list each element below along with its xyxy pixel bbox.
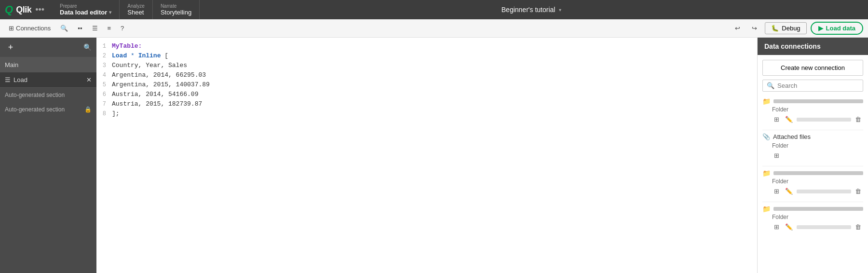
line-content-3: Country, Year, Sales (112, 61, 757, 70)
attached-files-row: 📎 Attached files (762, 133, 863, 140)
folder-label-1: Folder (772, 106, 863, 113)
line-content-1: MyTable: (112, 41, 757, 51)
line-number-4: 4 (96, 70, 112, 80)
action-bar-4 (797, 225, 851, 229)
right-panel-body: Create new connection 🔍 📁 Folder ⊞ ✏️ 🗑 (758, 55, 868, 273)
nav-analyze-label: Analyze (127, 3, 145, 9)
folder-label-3: Folder (772, 178, 863, 185)
close-icon[interactable]: ✕ (86, 76, 92, 83)
menu-dots[interactable]: ••• (35, 5, 44, 15)
debug-button[interactable]: 🐛 Debug (765, 22, 806, 34)
paperclip-icon: 📎 (762, 133, 770, 140)
hamburger-icon: ☰ (5, 76, 11, 83)
table-icon-4[interactable]: ⊞ (772, 222, 781, 232)
connections-icon: ⊞ (9, 25, 14, 32)
connection-header-3: 📁 (762, 169, 863, 177)
nav-prepare-name: Data load editor ▾ (60, 9, 111, 16)
code-line-4: 4 Argentina, 2014, 66295.03 (96, 70, 757, 80)
folder-name-bar-1 (773, 99, 863, 103)
sidebar-main-section[interactable]: Main (0, 57, 96, 72)
undo-button[interactable]: ↩ (731, 23, 744, 34)
connections-button[interactable]: ⊞ Connections (5, 23, 54, 34)
line-content-6: Austria, 2014, 54166.09 (112, 90, 757, 99)
code-line-2: 2 Load * Inline [ (96, 51, 757, 61)
line-content-2: Load * Inline [ (112, 51, 757, 61)
chevron-down-icon: ▾ (109, 10, 111, 15)
connection-header-1: 📁 (762, 97, 863, 105)
line-number-8: 8 (96, 109, 112, 119)
code-line-7: 7 Austria, 2015, 182739.87 (96, 99, 757, 109)
undo-icon: ↩ (735, 25, 740, 32)
redo-button[interactable]: ↪ (748, 23, 761, 34)
table-icon-3[interactable]: ⊞ (772, 187, 781, 196)
nav-prepare[interactable]: Prepare Data load editor ▾ (52, 0, 120, 19)
table-icon-1[interactable]: ⊞ (772, 115, 781, 124)
format-button-2[interactable]: ☰ (88, 23, 102, 34)
search-button[interactable]: 🔍 (56, 23, 72, 34)
connection-actions-3: ⊞ ✏️ 🗑 (772, 187, 863, 196)
line-content-8: ]; (112, 109, 757, 119)
code-line-8: 8 ]; (96, 109, 757, 119)
divider-2 (762, 166, 863, 166)
action-bar-3 (797, 190, 851, 193)
connection-group-attached: 📎 Attached files Folder ⊞ (762, 133, 863, 160)
delete-icon-3[interactable]: 🗑 (853, 187, 863, 196)
toolbar-right: ↩ ↪ 🐛 Debug ▶ Load data (731, 22, 863, 35)
action-bar-1 (797, 118, 851, 122)
nav-narrate[interactable]: Narrate Storytelling (153, 0, 200, 19)
format-button-1[interactable]: ▪▪ (74, 23, 86, 34)
folder-label-4: Folder (772, 214, 863, 220)
nav-prepare-label: Prepare (60, 3, 111, 9)
folder-icon-1: 📁 (762, 97, 771, 105)
code-line-3: 3 Country, Year, Sales (96, 61, 757, 70)
format-button-3[interactable]: ≡ (104, 23, 115, 34)
connection-actions-attached: ⊞ (772, 151, 863, 160)
format-icon-1: ▪▪ (78, 25, 82, 32)
code-line-1: 1 MyTable: (96, 41, 757, 51)
attached-files-label: Attached files (773, 133, 811, 140)
search-input[interactable] (777, 82, 859, 89)
left-sidebar: + 🔍 Main ☰ Load ✕ Auto-generated section… (0, 38, 96, 273)
load-data-button[interactable]: ▶ Load data (811, 22, 863, 35)
nav-title[interactable]: Beginner's tutorial ▾ (200, 6, 863, 14)
search-icon: 🔍 (60, 25, 68, 32)
sidebar-auto-section-1[interactable]: Auto-generated section (0, 88, 96, 102)
connection-actions-4: ⊞ ✏️ 🗑 (772, 222, 863, 232)
folder-name-bar-4 (773, 207, 863, 211)
edit-icon-4[interactable]: ✏️ (783, 222, 795, 232)
delete-icon-4[interactable]: 🗑 (853, 222, 863, 232)
sidebar-search-button[interactable]: 🔍 (83, 43, 92, 51)
line-number-3: 3 (96, 61, 112, 70)
code-line-5: 5 Argentina, 2015, 140037.89 (96, 80, 757, 90)
sidebar-auto-section-2[interactable]: Auto-generated section 🔒 (0, 102, 96, 117)
edit-icon-1[interactable]: ✏️ (783, 115, 795, 124)
sidebar-item-left: ☰ Load (5, 76, 27, 83)
sidebar-add-row: + 🔍 (0, 38, 96, 57)
edit-icon-3[interactable]: ✏️ (783, 187, 795, 196)
folder-icon-4: 📁 (762, 205, 771, 213)
sidebar-item-load[interactable]: ☰ Load ✕ (0, 72, 96, 88)
search-icon: 🔍 (767, 82, 774, 89)
line-number-1: 1 (96, 41, 112, 51)
folder-label-attached: Folder (772, 142, 863, 149)
nav-narrate-label: Narrate (161, 3, 191, 9)
delete-icon-1[interactable]: 🗑 (853, 115, 863, 124)
format-icon-3: ≡ (108, 25, 111, 32)
help-button[interactable]: ? (117, 23, 128, 34)
line-content-5: Argentina, 2015, 140037.89 (112, 80, 757, 90)
line-number-7: 7 (96, 99, 112, 109)
add-section-button[interactable]: + (5, 41, 16, 53)
line-content-4: Argentina, 2014, 66295.03 (112, 70, 757, 80)
qlik-logo-text: Qlik (16, 5, 31, 15)
qlik-q-icon: Q (5, 3, 13, 16)
nav-analyze[interactable]: Analyze Sheet (120, 0, 153, 19)
redo-icon: ↪ (752, 25, 757, 32)
connection-group-1: 📁 Folder ⊞ ✏️ 🗑 (762, 97, 863, 124)
table-icon-attached[interactable]: ⊞ (772, 151, 781, 160)
code-editor[interactable]: 1 MyTable: 2 Load * Inline [ 3 Country, … (96, 38, 757, 273)
toolbar: ⊞ Connections 🔍 ▪▪ ☰ ≡ ? ↩ ↪ 🐛 Debug ▶ L… (0, 19, 868, 38)
create-connection-button[interactable]: Create new connection (762, 60, 863, 76)
format-icon-2: ☰ (92, 25, 98, 32)
help-icon: ? (121, 25, 124, 32)
title-chevron-icon: ▾ (559, 7, 561, 13)
